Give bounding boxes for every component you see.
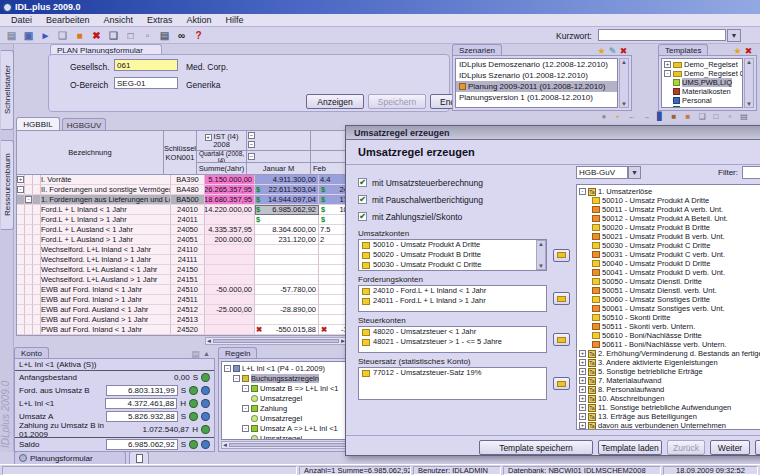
table-row[interactable]: EWB auf Ford. Ausland > 1 Jahr24513 <box>17 315 347 325</box>
konten-tree-item[interactable]: +Ta11. Sonstige betriebliche Aufwendunge… <box>579 403 760 412</box>
konten-tree-item[interactable]: 50051 - Umsatz Dienstl. verb. Unt. <box>579 286 760 295</box>
table-row[interactable]: Wechselford. L+L Inland > 1 Jahr24111 <box>17 255 347 265</box>
print-icon[interactable]: ▤ <box>4 28 19 42</box>
konten-tree-item[interactable]: 50041 - Umsatz Produkt D verb. Unt. <box>579 268 760 277</box>
konten-tree-item[interactable]: 50510 - Skonti Dritte <box>579 313 760 322</box>
summe-cell[interactable] <box>205 255 255 265</box>
konten-tree-item[interactable]: 50611 - Boni/Nachlässe verb. Untern. <box>579 340 760 349</box>
konten-listbox[interactable]: 24010 - Ford.L + L Inland < 1 Jahr24011 … <box>358 285 547 312</box>
expand-ist-icon[interactable]: + <box>205 134 212 141</box>
januar-cell[interactable] <box>255 315 319 325</box>
konto-row-value[interactable]: 6.803.131,99 <box>106 385 178 396</box>
januar-cell[interactable] <box>255 245 319 255</box>
konten-tree-item[interactable]: +Ta3. Andere aktivierte Eigenleistungen <box>579 358 760 367</box>
tree-expander-icon[interactable]: + <box>579 404 586 411</box>
back-arrow-icon[interactable]: ← <box>626 111 638 122</box>
table-row[interactable]: EWB auf Ford. Inland < 1 Jahr24510-50.00… <box>17 285 347 295</box>
regel-tree-item[interactable]: -L+L Inl <1 (P4 - 01.2009) <box>223 363 347 373</box>
tab-hgbbil[interactable]: HGBBIL <box>16 117 60 131</box>
table-row[interactable]: Ford.L + L Ausland < 1 Jahr240504.335.35… <box>17 225 347 235</box>
copy-icon[interactable]: ❏ <box>55 28 70 42</box>
window2-icon[interactable]: □ <box>710 111 722 122</box>
tree-expander-icon[interactable]: - <box>233 375 240 382</box>
regel-tree-item[interactable]: -Zahlung <box>223 403 347 413</box>
row-name-cell[interactable]: I. Vorräte <box>41 175 171 185</box>
konto-list-item[interactable]: 77012 - Umsatzsteuer-Satz 19% <box>359 368 546 378</box>
paste-icon[interactable]: ■ <box>72 28 87 42</box>
scroll-up-icon[interactable]: ▲ <box>538 241 544 247</box>
table-row[interactable]: Wechselford. L+L Ausland > 1 Jahr24151 <box>17 275 347 285</box>
sidebar-tab-ressourcenbaum[interactable]: Ressourcenbaum <box>1 140 14 230</box>
assign-accounts-button[interactable] <box>553 333 570 346</box>
post-green-icon[interactable] <box>189 412 198 421</box>
konten-tree-item[interactable]: +Ta8. Personalaufwand <box>579 385 760 394</box>
konten-tree-item[interactable]: +Ta10. Abschreibungen <box>579 394 760 403</box>
row-name-cell[interactable]: Ford.L + L Ausland > 1 Jahr <box>41 235 171 245</box>
summe-cell[interactable]: 26.265.357,95 <box>205 185 255 195</box>
help-icon[interactable]: ? <box>191 28 206 42</box>
summe-cell[interactable] <box>205 315 255 325</box>
preview-icon[interactable]: ▣ <box>21 28 36 42</box>
konto-list-item[interactable]: 48021 - Umsatzsteuer > 1 - <= 5 Jahre <box>359 337 546 347</box>
post-green-icon[interactable] <box>201 425 210 434</box>
konten-tree-item[interactable]: 50511 - Skonti verb. Untern. <box>579 322 760 331</box>
tree-expander-icon[interactable]: - <box>579 188 586 195</box>
scroll-thumb[interactable] <box>229 443 347 447</box>
menu-extras[interactable]: Extras <box>140 15 180 25</box>
row-name-cell[interactable]: EWB auf Ford. Ausland > 1 Jahr <box>41 315 171 325</box>
collapse-row-icon[interactable]: − <box>248 153 255 160</box>
detail-blue-icon[interactable] <box>201 440 210 449</box>
column-header-schluessel[interactable]: Schlüssel KON001 <box>163 131 196 174</box>
table-row[interactable]: Ford.L + L Ausland > 1 Jahr24051200.000,… <box>17 235 347 245</box>
januar-cell[interactable]: $14.944.097,04 <box>255 195 319 205</box>
tree-expander-icon[interactable]: + <box>579 422 586 429</box>
menu-hilfe[interactable]: Hilfe <box>219 15 251 25</box>
konto-list-item[interactable]: 50020 - Umsatz Produkt B Dritte <box>359 250 546 260</box>
anzeigen-button[interactable]: Anzeigen <box>306 94 364 109</box>
januar-cell[interactable]: $6.985.062,92 <box>255 205 319 215</box>
konten-tree-item[interactable]: 50012 - Umsatz Produkt A Beteil. Unt. <box>579 214 760 223</box>
konto-list-item[interactable]: 48020 - Umsatzsteuer < 1 Jahr <box>359 327 546 337</box>
januar-cell[interactable]: $22.611.503,04 <box>255 185 319 195</box>
collapse-row-icon[interactable]: − <box>248 141 255 148</box>
konten-tree-item[interactable]: 50050 - Umsatz Dienstl. Dritte <box>579 277 760 286</box>
gesellschaft-field[interactable]: 061 <box>114 59 178 71</box>
kurzwort-input[interactable] <box>598 29 726 41</box>
table-row[interactable]: EWB auf Ford. Ausland < 1 Jahr24512-25.0… <box>17 305 347 315</box>
assign-accounts-button[interactable] <box>553 249 570 262</box>
regel-tree-item[interactable]: Umsatzregel <box>223 413 347 423</box>
filter-input[interactable] <box>742 166 760 179</box>
menu-aktion[interactable]: Aktion <box>180 15 219 25</box>
menu-datei[interactable]: Datei <box>4 15 39 25</box>
checkbox-checked-icon[interactable]: ✔ <box>358 178 367 187</box>
table-row[interactable]: Wechselford. L+L Inland < 1 Jahr24110 <box>17 245 347 255</box>
januar-cell[interactable]: ✖-550.015,88 <box>255 325 319 335</box>
obereich-field[interactable]: SEG-01 <box>114 77 178 89</box>
tree-expander-icon[interactable]: - <box>664 70 671 77</box>
januar-cell[interactable] <box>255 295 319 305</box>
menu-ansicht[interactable]: Ansicht <box>97 15 141 25</box>
tree-expander-icon[interactable]: + <box>579 395 586 402</box>
send-icon[interactable]: ► <box>38 28 53 42</box>
template-tree-item[interactable]: Investition <box>662 105 742 108</box>
scenario-item[interactable]: IDLplus Demoszenario (12.2008-12.2010) <box>456 59 617 70</box>
weiter-button[interactable]: Weiter <box>710 440 750 455</box>
konten-tree-item[interactable]: +Ta2. Erhöhung/Verminderung d. Bestands … <box>579 349 760 358</box>
template-tree-item[interactable]: UMS,PWB,LIQ <box>662 78 742 87</box>
regel-tree-item[interactable]: -Buchungssatzregeln <box>223 373 347 383</box>
scenario-item[interactable]: Planung 2009-2011 (01.2008-12.2010) <box>456 81 617 92</box>
row-name-cell[interactable]: Wechselford. L+L Ausland < 1 Jahr <box>41 265 171 275</box>
status-dot-icon[interactable]: ● <box>598 111 610 122</box>
konten-tree-item[interactable]: 50061 - Umsatz Sonstiges verb. Unt. <box>579 304 760 313</box>
summe-cell[interactable] <box>205 295 255 305</box>
delete-icon[interactable]: ✖ <box>89 28 104 42</box>
tree-expander-icon[interactable]: + <box>17 176 24 183</box>
summe-cell[interactable] <box>205 325 255 335</box>
tree-expander-icon[interactable]: - <box>242 425 249 432</box>
konten-tree-item[interactable]: 50060 - Umsatz Sonstiges Dritte <box>579 295 760 304</box>
menu-bearbeiten[interactable]: Bearbeiten <box>39 15 97 25</box>
regeln-horizontal-scrollbar[interactable]: ◄ <box>221 441 349 449</box>
konten-tree-item[interactable]: 50011 - Umsatz Produkt A verb. Unt. <box>579 205 760 214</box>
combo-dropdown-icon[interactable]: ▼ <box>628 166 641 179</box>
konten-tree-item[interactable]: 50610 - Boni/Nachlässe Dritte <box>579 331 760 340</box>
